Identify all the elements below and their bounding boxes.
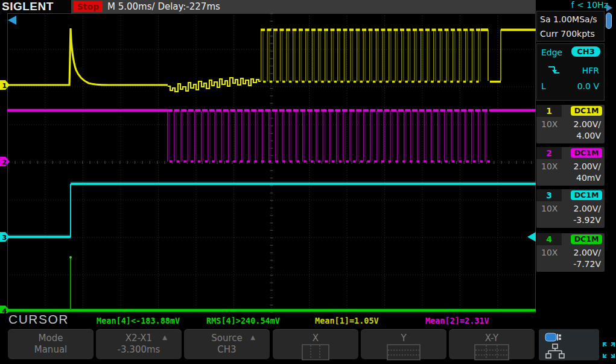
measurement-mean-ch1: Mean[1]=1.05V <box>315 316 379 325</box>
delay-value: Delay:-227ms <box>157 1 220 12</box>
trigger-coupling: HFR <box>582 66 599 75</box>
trigger-position-marker[interactable] <box>8 16 16 25</box>
memory-depth: Curr 700kpts <box>537 26 604 40</box>
channel4-coupling-badge: DC1M <box>571 234 602 244</box>
ch2-ground-marker[interactable]: 2 <box>0 157 10 166</box>
waveform-display[interactable]: 1 2 3 4 <box>0 13 536 313</box>
channel3-number: 3 <box>536 189 562 201</box>
xy-cursors-icon <box>474 344 509 361</box>
channel2-number: 2 <box>536 147 562 159</box>
channel3-descriptor[interactable]: 3 DC1M 10X 2.00V/ -3.92V <box>536 189 605 228</box>
channel2-probe: 10X <box>541 162 557 171</box>
timebase-readout: M 5.00ms/ Delay:-227ms <box>107 1 220 13</box>
up-arrow-icon: ▲ <box>162 334 167 340</box>
ch3-ground-marker[interactable]: 3 <box>0 232 10 242</box>
measurement-rms-ch4: RMS[4]>240.54mV <box>206 316 280 325</box>
timebase-value: M 5.00ms/ <box>107 1 155 12</box>
trigger-level-label: L <box>541 81 546 91</box>
trigger-level-marker[interactable] <box>527 232 536 242</box>
svg-text:3: 3 <box>2 234 7 242</box>
svg-text:2: 2 <box>2 158 7 166</box>
ch1-ground-marker[interactable]: 1 <box>0 80 10 90</box>
menu-button-source[interactable]: Source ▲ CH3 <box>184 329 270 359</box>
channel4-scale: 2.00V/ <box>574 248 601 257</box>
y-cursors-icon <box>387 344 421 361</box>
trigger-info-box[interactable]: Edge CH3 HFR L 0.0 V <box>536 43 605 101</box>
measurement-mean-ch2: Mean[2]=2.31V <box>425 316 489 325</box>
channel1-probe: 10X <box>541 119 557 129</box>
x-cursors-icon <box>302 344 329 361</box>
ch2-trace <box>7 110 536 162</box>
svg-text:4: 4 <box>2 307 7 314</box>
measurement-mean-ch4: Mean[4]<-183.88mV <box>97 316 180 325</box>
channel1-offset: 4.00V <box>576 131 601 140</box>
brand-logo: SIGLENT <box>0 0 71 13</box>
up-arrow-icon: ▲ <box>250 334 255 340</box>
channel3-scale: 2.00V/ <box>574 204 601 213</box>
top-status-bar: SIGLENT Stop M 5.00ms/ Delay:-227ms <box>0 0 536 13</box>
channel2-offset: 40mV <box>576 173 601 183</box>
falling-edge-icon <box>547 64 561 77</box>
channel2-descriptor[interactable]: 2 DC1M 10X 2.00V/ 40mV <box>536 147 605 186</box>
menu-button-x2x1[interactable]: X2-X1 ▲ -3.300ms <box>96 329 182 359</box>
menu-button-cursor-xy[interactable]: X-Y <box>449 329 535 359</box>
channel4-descriptor[interactable]: 4 DC1M 10X 2.00V/ -7.72V <box>536 233 605 272</box>
panel-scrollbar[interactable] <box>606 13 612 29</box>
ch1-trace <box>7 28 536 92</box>
channel4-offset: -7.72V <box>573 259 601 269</box>
peripheral-status-panel <box>539 329 599 360</box>
channel2-coupling-badge: DC1M <box>571 148 602 158</box>
trigger-source-badge[interactable]: CH3 <box>571 46 600 57</box>
sample-rate: Sa 1.00MSa/s <box>537 11 604 26</box>
ch3-trace <box>7 182 536 237</box>
svg-text:1: 1 <box>2 82 7 90</box>
acquisition-info-box: Sa 1.00MSa/s Curr 700kpts <box>536 11 605 42</box>
menu-button-mode[interactable]: Mode Manual <box>8 329 94 359</box>
page-title: CURSOR <box>8 312 69 327</box>
channel3-coupling-badge: DC1M <box>571 190 602 200</box>
channel1-descriptor[interactable]: 1 DC1M 10X 2.00V/ 4.00V <box>536 105 605 143</box>
channel1-number: 1 <box>536 105 562 117</box>
channel4-probe: 10X <box>541 248 557 257</box>
expand-screen-icon[interactable] <box>602 341 616 359</box>
lan-network-icon <box>545 344 565 359</box>
acquisition-status-badge[interactable]: Stop <box>74 1 103 12</box>
menu-button-cursor-y[interactable]: Y <box>361 329 446 359</box>
usb-device-icon <box>545 332 565 343</box>
menu-button-cursor-x[interactable]: X <box>273 329 358 359</box>
panel-scroll-arrow-icon[interactable] <box>606 4 612 11</box>
trigger-level-value: 0.0 V <box>577 81 599 91</box>
channel3-probe: 10X <box>541 204 557 213</box>
channel3-offset: -3.92V <box>573 215 601 225</box>
channel4-number: 4 <box>536 233 562 245</box>
channel1-coupling-badge: DC1M <box>571 106 602 116</box>
channel2-scale: 2.00V/ <box>574 162 601 171</box>
trigger-type-label: Edge <box>541 48 562 57</box>
trigger-frequency-readout: f < 10Hz <box>536 0 608 10</box>
channel1-scale: 2.00V/ <box>574 119 601 129</box>
